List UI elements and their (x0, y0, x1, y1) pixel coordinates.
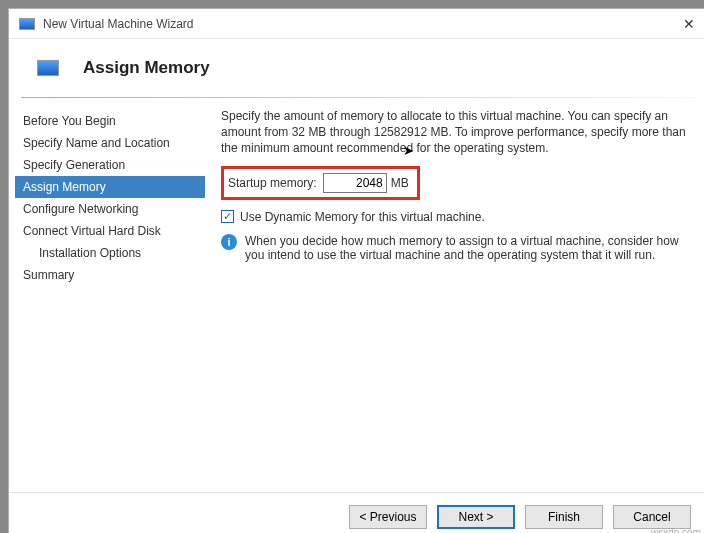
memory-label: Startup memory: (228, 176, 317, 190)
window-title: New Virtual Machine Wizard (43, 17, 194, 31)
titlebar: New Virtual Machine Wizard ✕ (9, 9, 704, 39)
dynamic-memory-label: Use Dynamic Memory for this virtual mach… (240, 210, 485, 224)
description-text: Specify the amount of memory to allocate… (221, 108, 693, 157)
close-icon[interactable]: ✕ (667, 16, 704, 32)
vm-icon (19, 18, 35, 30)
info-row: i When you decide how much memory to ass… (221, 234, 693, 262)
checkbox-icon[interactable]: ✓ (221, 210, 234, 223)
sidebar-item-2[interactable]: Specify Generation (15, 154, 205, 176)
header-vm-icon (37, 60, 59, 76)
startup-memory-row: Startup memory: MB (221, 166, 420, 200)
wizard-window: New Virtual Machine Wizard ✕ Assign Memo… (8, 8, 704, 533)
dynamic-memory-row[interactable]: ✓ Use Dynamic Memory for this virtual ma… (221, 210, 693, 224)
sidebar-item-5[interactable]: Connect Virtual Hard Disk (15, 220, 205, 242)
sidebar-item-6[interactable]: Installation Options (15, 242, 205, 264)
wizard-footer: < Previous Next > Finish Cancel (9, 492, 704, 533)
memory-unit: MB (391, 176, 409, 190)
memory-input[interactable] (323, 173, 387, 193)
wizard-sidebar: Before You BeginSpecify Name and Locatio… (9, 98, 205, 493)
finish-button[interactable]: Finish (525, 505, 603, 529)
page-title: Assign Memory (83, 58, 210, 78)
info-icon: i (221, 234, 237, 250)
next-button[interactable]: Next > (437, 505, 515, 529)
sidebar-item-3[interactable]: Assign Memory (15, 176, 205, 198)
watermark: wsxdn.com (651, 527, 701, 533)
wizard-body: Before You BeginSpecify Name and Locatio… (9, 98, 704, 493)
previous-button[interactable]: < Previous (349, 505, 427, 529)
info-text: When you decide how much memory to assig… (245, 234, 693, 262)
sidebar-item-0[interactable]: Before You Begin (15, 110, 205, 132)
sidebar-item-7[interactable]: Summary (15, 264, 205, 286)
sidebar-item-1[interactable]: Specify Name and Location (15, 132, 205, 154)
sidebar-item-4[interactable]: Configure Networking (15, 198, 205, 220)
cancel-button[interactable]: Cancel (613, 505, 691, 529)
wizard-content: Specify the amount of memory to allocate… (205, 98, 704, 493)
wizard-header: Assign Memory (9, 39, 704, 97)
